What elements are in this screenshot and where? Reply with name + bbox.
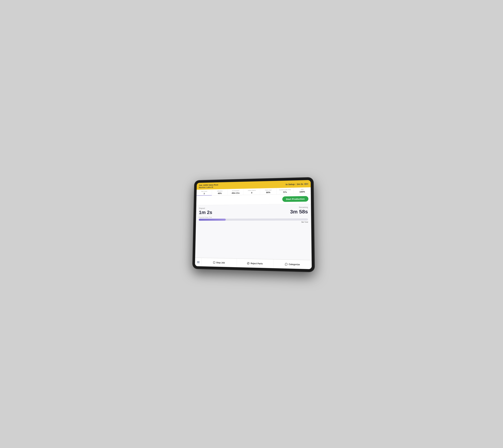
main-content: Start Production Elapsed 1m 2s Remaining… [195,194,312,260]
machine-label: Machine: Lathe 42 [199,186,218,189]
elapsed-section: Elapsed 1m 2s [199,207,212,215]
total-label: 5m Total [198,221,308,223]
remaining-section: Remaining 3m 58s [290,206,308,215]
stat-current-cycle-time: Current Cycle Time 57s [276,188,293,194]
reject-icon [247,262,249,264]
tablet-screen: Job: 12253 Valve Pivot Machine: Lathe 42… [195,180,312,269]
progress-label: Expected Setup Time [199,216,308,218]
header-left: Job: 12253 Valve Pivot Machine: Lathe 42 [199,184,218,188]
stat-label: All Downtime [232,190,239,192]
progress-fill [199,219,226,221]
stop-job-label: Stop Job [216,261,225,264]
stat-label: Current Cycle Time [279,189,291,191]
stat-value: 57s [283,191,287,193]
setup-row: Elapsed 1m 2s Remaining 3m 58s [199,206,308,215]
elapsed-value: 1m 2s [199,209,212,215]
stat-value: 66% [266,191,270,193]
stat-value: 3 [204,192,205,195]
reject-parts-button[interactable]: Reject Parts [237,259,274,268]
remaining-value: 3m 58s [290,209,308,215]
stat-label: Parts Goal [265,189,271,191]
menu-button[interactable] [195,258,202,266]
stat-parts-goal: Parts Goal 66% [260,188,277,195]
stat-value: 100% [299,191,305,193]
stat-value: 0 [251,192,252,194]
categorize-icon [285,263,287,265]
hamburger-icon [197,261,199,263]
job-label: Job: 12253 Valve Pivot [199,184,218,186]
categorize-label: Categorize [289,263,300,266]
stat-part-count: Part Count 3 [196,190,212,196]
progress-track [199,218,308,221]
setup-timer-area: Elapsed 1m 2s Remaining 3m 58s Expected … [195,204,312,260]
stat-label: Active Alarms [248,190,256,191]
stat-label: Utilization [217,190,223,192]
start-production-button[interactable]: Start Production [282,196,308,202]
stat-utilization: Utilization 46% [212,189,228,195]
stat-value: 45m 21s [231,192,240,194]
progress-container: Expected Setup Time 5m Total [198,216,308,223]
stat-label: Part Count [201,191,207,192]
status-text: In Setup : 1m 2s [286,183,303,186]
stat-value: 46% [218,192,222,194]
remaining-label: Remaining [290,206,308,208]
waveform-icon [304,183,308,185]
tablet-device: Job: 12253 Valve Pivot Machine: Lathe 42… [192,177,315,272]
stop-icon [213,261,215,263]
stat-all-downtime: All Downtime 45m 21s [228,189,244,195]
start-production-area: Start Production [196,194,311,205]
stat-label: OEE [301,189,304,190]
elapsed-label: Elapsed [199,207,212,209]
stat-active-alarms: Active Alarms 0 [243,188,260,195]
setup-status: In Setup : 1m 2s [286,183,308,186]
reject-parts-label: Reject Parts [251,262,263,265]
categorize-button[interactable]: Categorize [274,259,312,269]
stop-job-button[interactable]: Stop Job [201,258,237,267]
stat-oee: OEE 100% [293,187,311,194]
